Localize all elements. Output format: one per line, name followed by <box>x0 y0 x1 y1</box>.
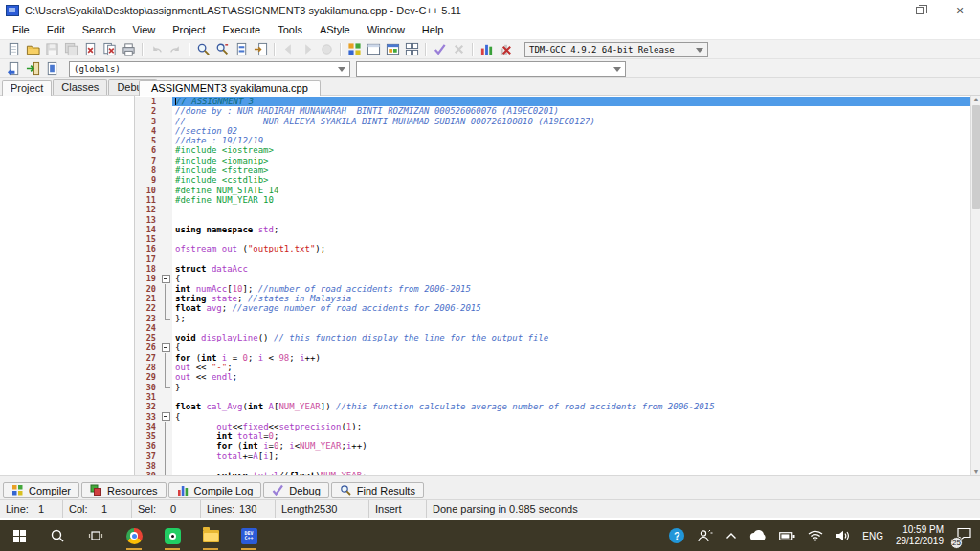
menu-window[interactable]: Window <box>359 21 413 39</box>
incremental-search-button[interactable] <box>251 41 270 58</box>
battery-icon[interactable] <box>779 531 795 541</box>
report-tab-find-results[interactable]: Find Results <box>331 482 424 498</box>
taskbar-search-button[interactable] <box>38 520 77 551</box>
menu-search[interactable]: Search <box>74 21 124 39</box>
compile-run-button[interactable] <box>383 41 402 58</box>
menu-help[interactable]: Help <box>413 21 453 39</box>
report-tab-compiler[interactable]: Compiler <box>3 482 79 498</box>
project-panel[interactable] <box>0 96 135 475</box>
code-text: out<<fixed<<setprecision(1); <box>172 422 970 431</box>
goto-line-button[interactable] <box>232 41 251 58</box>
action-center-button[interactable]: 25 <box>956 527 972 545</box>
line-number: 15 <box>135 234 160 244</box>
menu-execute[interactable]: Execute <box>213 21 269 39</box>
running-indicator <box>241 548 256 550</box>
fold-margin <box>160 215 172 225</box>
editor-vertical-scrollbar[interactable]: ▲ ▼ <box>970 96 980 475</box>
replace-button[interactable] <box>212 41 232 58</box>
close-all-button[interactable] <box>100 41 119 58</box>
scroll-down-icon[interactable]: ▼ <box>972 468 980 475</box>
line-number: 38 <box>135 461 160 471</box>
find-button[interactable] <box>193 41 212 58</box>
panel-tab-classes[interactable]: Classes <box>53 79 107 95</box>
scrollbar-thumb[interactable] <box>972 105 980 209</box>
code-line: 31 <box>135 392 970 402</box>
redo-button[interactable] <box>166 41 185 58</box>
code-text: //section 02 <box>172 126 970 136</box>
people-icon[interactable] <box>697 529 713 542</box>
open-file-button[interactable] <box>23 41 42 58</box>
toolbar-separator <box>142 43 143 56</box>
fold-toggle-icon[interactable] <box>160 342 172 352</box>
abort-button[interactable] <box>449 41 468 58</box>
report-tab-resources[interactable]: Resources <box>81 482 167 498</box>
speaker-icon[interactable] <box>835 530 850 541</box>
rebuild-all-button[interactable] <box>402 41 421 58</box>
code-editor[interactable]: 1// ASSIGNMENT 32//done by : NUR HADIRAH… <box>135 96 980 475</box>
members-dropdown[interactable] <box>356 61 626 77</box>
code-text: } <box>172 383 970 392</box>
task-view-button[interactable] <box>77 520 115 551</box>
delete-profiling-button[interactable] <box>496 41 515 58</box>
undo-button[interactable] <box>146 41 166 58</box>
goto-declaration-button[interactable] <box>317 41 336 58</box>
run-icon <box>367 42 381 56</box>
fold-toggle-icon[interactable] <box>160 412 172 422</box>
menu-tools[interactable]: Tools <box>269 21 311 39</box>
menu-edit[interactable]: Edit <box>38 21 74 39</box>
globals-dropdown[interactable]: (globals) <box>69 61 350 77</box>
taskbar-chrome-button[interactable] <box>115 520 153 551</box>
menu-project[interactable]: Project <box>164 21 213 39</box>
fold-margin <box>160 254 172 264</box>
close-all-icon <box>102 42 117 56</box>
code-line: 20int numAcc[10]; //number of road accid… <box>135 284 970 294</box>
onedrive-cloud-icon[interactable] <box>749 530 767 541</box>
close-button[interactable]: × <box>940 0 980 21</box>
code-text: #include <iomanip> <box>172 156 970 165</box>
panel-tab-project[interactable]: Project <box>2 80 52 96</box>
save-all-button[interactable] <box>61 41 80 58</box>
report-tab-compile-log[interactable]: Compile Log <box>168 482 262 498</box>
scroll-up-icon[interactable]: ▲ <box>972 96 980 103</box>
chevron-up-icon[interactable] <box>725 532 737 540</box>
fold-toggle-icon[interactable] <box>160 274 172 283</box>
restore-button[interactable] <box>900 0 940 21</box>
start-button[interactable] <box>0 520 38 551</box>
wifi-icon[interactable] <box>808 530 823 541</box>
editor-tab[interactable]: ASSIGNMENT3 syakilamuna.cpp <box>139 80 321 96</box>
line-number: 25 <box>135 333 160 342</box>
run-button[interactable] <box>364 41 383 58</box>
new-file-button[interactable] <box>4 41 23 58</box>
minimize-button[interactable] <box>859 0 900 21</box>
profile-button[interactable] <box>477 41 496 58</box>
help-icon[interactable]: ? <box>669 528 684 543</box>
menu-view[interactable]: View <box>124 21 165 39</box>
syntax-check-button[interactable] <box>430 41 449 58</box>
compiler-profile-dropdown[interactable]: TDM-GCC 4.9.2 64-bit Release <box>524 42 708 57</box>
running-indicator <box>126 548 142 550</box>
goto-bookmark-icon <box>45 61 59 76</box>
forward-button[interactable] <box>298 41 317 58</box>
goto-bookmark-button[interactable] <box>42 60 61 77</box>
compile-button[interactable] <box>345 41 364 58</box>
fold-margin <box>160 97 172 106</box>
code-line: 11#define NUM_YEAR 10 <box>135 195 970 205</box>
taskbar-clock[interactable]: 10:59 PM 29/12/2019 <box>896 524 944 547</box>
close-file-button[interactable] <box>80 41 100 58</box>
taskbar-file-explorer-button[interactable] <box>191 520 230 551</box>
taskbar-media-app-button[interactable] <box>153 520 191 551</box>
menu-astyle[interactable]: AStyle <box>311 21 359 39</box>
toggle-bookmark-button[interactable] <box>23 60 42 77</box>
language-indicator[interactable]: ENG <box>862 531 883 541</box>
compile-run-icon <box>386 42 400 56</box>
print-button[interactable] <box>119 41 138 58</box>
menu-file[interactable]: File <box>4 21 38 39</box>
insert-button[interactable] <box>4 60 23 77</box>
save-button[interactable] <box>42 41 61 58</box>
back-button[interactable] <box>278 41 298 58</box>
taskbar-devcpp-button[interactable]: DEVC++ <box>230 520 268 551</box>
incremental-search-icon <box>254 42 268 56</box>
report-tab-debug[interactable]: Debug <box>263 482 328 498</box>
fold-margin <box>160 422 172 431</box>
code-lines: 1// ASSIGNMENT 32//done by : NUR HADIRAH… <box>135 97 970 475</box>
